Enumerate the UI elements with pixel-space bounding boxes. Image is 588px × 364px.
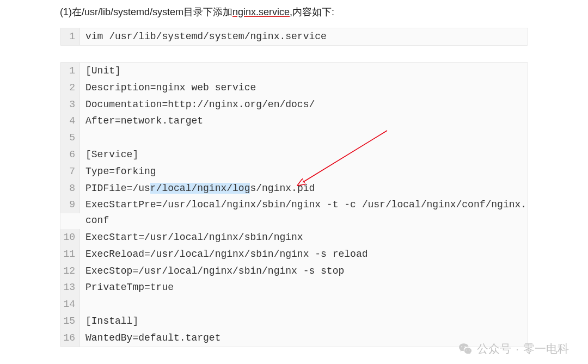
line-content: After=network.target — [80, 113, 528, 129]
line-number: 14 — [60, 296, 80, 313]
line-number: 7 — [60, 163, 80, 180]
code-line: 12ExecStop=/usr/local/nginx/sbin/nginx -… — [60, 263, 528, 280]
line-number: 1 — [60, 63, 80, 79]
instruction-suffix: ,内容如下: — [290, 7, 334, 17]
code-line: 10ExecStart=/usr/local/nginx/sbin/nginx — [60, 229, 528, 246]
line-content: Documentation=http://nginx.org/en/docs/ — [80, 96, 528, 113]
line-content: [Install] — [80, 313, 528, 330]
line-number: 13 — [60, 279, 80, 296]
line-content — [80, 296, 528, 297]
code-line: 16WantedBy=default.target — [60, 330, 528, 347]
line-content: ExecStart=/usr/local/nginx/sbin/nginx — [80, 229, 528, 246]
line-content: PIDFile=/usr/local/nginx/logs/nginx.pid — [80, 180, 528, 197]
document-body: (1)在/usr/lib/systemd/system目录下添加nginx.se… — [0, 0, 588, 347]
line-content: PrivateTmp=true — [80, 279, 528, 296]
code-line: 1vim /usr/lib/systemd/system/nginx.servi… — [60, 28, 528, 45]
service-code-block: 1[Unit]2Description=nginx web service3Do… — [60, 62, 528, 347]
line-number: 5 — [60, 129, 80, 146]
line-number: 16 — [60, 330, 80, 347]
watermark-label: 公众号 — [477, 341, 511, 356]
code-line: 13PrivateTmp=true — [60, 279, 528, 296]
code-line: 9ExecStartPre=/usr/local/nginx/sbin/ngin… — [60, 196, 528, 229]
line-content: [Unit] — [80, 63, 528, 79]
code-line: 6[Service] — [60, 146, 528, 163]
instruction-line: (1)在/usr/lib/systemd/system目录下添加nginx.se… — [60, 5, 528, 19]
code-line: 5 — [60, 129, 528, 146]
line-number: 2 — [60, 79, 80, 96]
watermark: 公众号 · 零一电科 — [458, 341, 569, 356]
line-number: 11 — [60, 246, 80, 263]
code-line: 4After=network.target — [60, 113, 528, 129]
code-line: 15[Install] — [60, 313, 528, 330]
text-segment: PIDFile=/us — [85, 183, 150, 194]
code-line: 1[Unit] — [60, 63, 528, 79]
instruction-prefix: (1)在/usr/lib/systemd/system目录下添加 — [60, 7, 232, 17]
line-content: ExecStop=/usr/local/nginx/sbin/nginx -s … — [80, 263, 528, 280]
line-number: 4 — [60, 113, 80, 129]
code-line: 3Documentation=http://nginx.org/en/docs/ — [60, 96, 528, 113]
instruction-underlined: nginx.service — [232, 7, 290, 17]
code-line: 7Type=forking — [60, 163, 528, 180]
watermark-sep: · — [516, 342, 519, 355]
highlighted-text: r/local/nginx/log — [150, 183, 250, 194]
code-line: 8PIDFile=/usr/local/nginx/logs/nginx.pid — [60, 180, 528, 197]
line-content: [Service] — [80, 146, 528, 163]
line-number: 6 — [60, 146, 80, 163]
code-line: 11ExecReload=/usr/local/nginx/sbin/nginx… — [60, 246, 528, 263]
code-line: 14 — [60, 296, 528, 313]
line-content: ExecReload=/usr/local/nginx/sbin/nginx -… — [80, 246, 528, 263]
line-number: 9 — [60, 196, 80, 213]
line-number: 15 — [60, 313, 80, 330]
line-number: 10 — [60, 229, 80, 246]
line-content: ExecStartPre=/usr/local/nginx/sbin/nginx… — [80, 196, 528, 229]
wechat-icon — [458, 342, 473, 356]
line-content: Description=nginx web service — [80, 79, 528, 96]
line-number: 8 — [60, 180, 80, 197]
command-code-block: 1vim /usr/lib/systemd/system/nginx.servi… — [60, 28, 528, 46]
line-number: 3 — [60, 96, 80, 113]
line-number: 1 — [60, 28, 80, 45]
line-number: 12 — [60, 263, 80, 280]
watermark-name: 零一电科 — [523, 341, 569, 356]
line-content: vim /usr/lib/systemd/system/nginx.servic… — [80, 28, 528, 45]
text-segment: s/nginx.pid — [250, 183, 315, 194]
line-content: Type=forking — [80, 163, 528, 180]
code-line: 2Description=nginx web service — [60, 79, 528, 96]
line-content — [80, 129, 528, 131]
